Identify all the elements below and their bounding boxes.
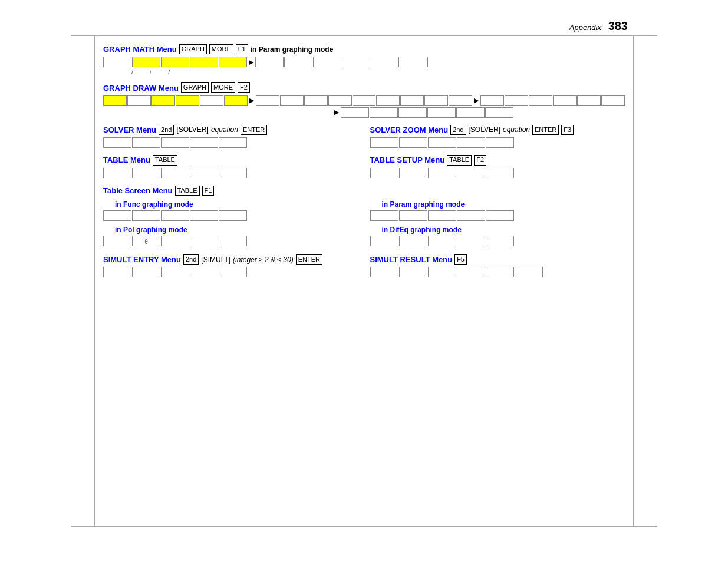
menu-cell — [485, 107, 513, 118]
key-f5: F5 — [454, 254, 467, 265]
menu-cell — [255, 57, 284, 67]
menu-cell — [398, 107, 427, 118]
key-graph2: GRAPH — [181, 82, 209, 92]
solver-zoom-cells — [370, 137, 625, 148]
menu-cell — [427, 107, 456, 118]
menu-cell — [428, 168, 456, 178]
menu-cell — [428, 137, 456, 148]
menu-cell — [284, 57, 312, 67]
key-solver-text: [SOLVER] — [176, 125, 208, 134]
menu-cell — [190, 236, 218, 246]
key-f2: F2 — [238, 82, 250, 92]
border-bottom — [71, 526, 657, 527]
key-equation: equation — [211, 125, 238, 134]
table-cells — [103, 168, 358, 178]
menu-cell — [577, 95, 601, 106]
table-setup-cells — [370, 168, 625, 178]
menu-cell — [132, 210, 160, 221]
menu-cell — [176, 95, 199, 106]
menu-cell — [399, 210, 427, 221]
table-screen-left: in Func graphing mode in Pol graphing mo… — [103, 198, 358, 247]
menu-cell — [161, 236, 189, 246]
menu-cell — [190, 210, 218, 221]
key-more: MORE — [209, 44, 233, 54]
table-screen-title: Table Screen Menu — [103, 186, 173, 195]
table-header: TABLE Menu TABLE — [103, 155, 358, 165]
menu-cell — [515, 267, 543, 277]
menu-cell — [449, 95, 472, 106]
table-screen-header: Table Screen Menu TABLE F1 — [103, 186, 625, 196]
menu-cell — [224, 95, 248, 106]
graph-draw-section: GRAPH DRAW Menu GRAPH MORE F2 ▶ ▶ — [103, 82, 625, 117]
arrow-icon: ▶ — [249, 97, 254, 104]
appendix-label: Appendix — [569, 23, 601, 32]
table-screen-right: in Param graphing mode in DifEq graphing… — [370, 198, 625, 247]
menu-cell — [399, 267, 427, 277]
graph-draw-row1: ▶ ▶ — [103, 95, 625, 106]
simult-result-cells — [370, 267, 625, 277]
menu-cell — [219, 210, 247, 221]
solver-header: SOLVER Menu 2nd [SOLVER] equation ENTER — [103, 125, 358, 135]
simult-result-title: SIMULT RESULT Menu — [370, 255, 453, 264]
menu-cell — [456, 107, 485, 118]
pol-label: in Pol graphing mode — [103, 226, 358, 234]
key-enter2: ENTER — [532, 125, 559, 135]
graph-math-header: GRAPH MATH Menu GRAPH MORE F1 in Param g… — [103, 44, 625, 54]
menu-cell — [341, 107, 369, 118]
menu-cell — [370, 236, 398, 246]
menu-cell — [190, 168, 218, 178]
menu-cell — [424, 95, 448, 106]
table-section: TABLE Menu TABLE — [103, 155, 358, 179]
param-label: in Param graphing mode — [370, 200, 625, 209]
menu-cell — [103, 210, 131, 221]
graph-math-row1: ▶ — [103, 57, 625, 67]
border-right — [633, 35, 634, 527]
border-top — [71, 35, 657, 36]
menu-cell — [486, 267, 514, 277]
menu-cell — [127, 95, 151, 106]
menu-cell — [553, 95, 577, 106]
menu-cell — [328, 95, 352, 106]
graph-math-suffix: in Param graphing mode — [251, 45, 334, 54]
menu-cell — [370, 137, 398, 148]
graph-math-title: GRAPH MATH Menu — [103, 45, 177, 54]
key-more2: MORE — [211, 82, 235, 92]
slash3: / — [168, 68, 170, 75]
menu-cell — [219, 267, 247, 277]
key-integer: (integer ≥ 2 & ≤ 30) — [233, 256, 294, 264]
menu-cell — [103, 137, 131, 148]
menu-cell — [161, 267, 189, 277]
menu-cell — [161, 210, 189, 221]
key-solver-text2: [SOLVER] — [469, 125, 500, 134]
menu-cell — [428, 210, 456, 221]
menu-cell — [132, 137, 160, 148]
menu-cell — [486, 137, 514, 148]
pol-cells: θ — [103, 236, 358, 246]
menu-cell — [376, 95, 400, 106]
key-2nd-sz: 2nd — [450, 125, 466, 135]
menu-cell — [190, 267, 218, 277]
key-equation2: equation — [503, 125, 530, 134]
solver-zoom-header: SOLVER ZOOM Menu 2nd [SOLVER] equation E… — [370, 125, 625, 135]
menu-cell — [457, 210, 485, 221]
menu-cell — [529, 95, 552, 106]
menu-cell — [219, 57, 247, 67]
table-row: TABLE Menu TABLE TABLE SETUP Menu TABLE … — [103, 155, 625, 179]
menu-cell — [399, 168, 427, 178]
menu-cell — [457, 137, 485, 148]
menu-cell — [103, 57, 131, 67]
menu-cell — [400, 57, 428, 67]
menu-cell — [353, 95, 376, 106]
menu-cell — [161, 137, 189, 148]
border-left — [94, 35, 95, 527]
menu-cell: θ — [132, 236, 160, 246]
table-setup-title: TABLE SETUP Menu — [370, 156, 445, 164]
arrow-icon3: ▶ — [334, 108, 339, 116]
difeq-label: in DifEq graphing mode — [370, 226, 625, 234]
key-enter: ENTER — [241, 125, 267, 135]
simult-result-section: SIMULT RESULT Menu F5 — [370, 254, 625, 279]
table-setup-header: TABLE SETUP Menu TABLE F2 — [370, 155, 625, 165]
func-label: in Func graphing mode — [103, 200, 358, 209]
key-2nd-se: 2nd — [183, 254, 199, 265]
menu-cell — [480, 95, 504, 106]
